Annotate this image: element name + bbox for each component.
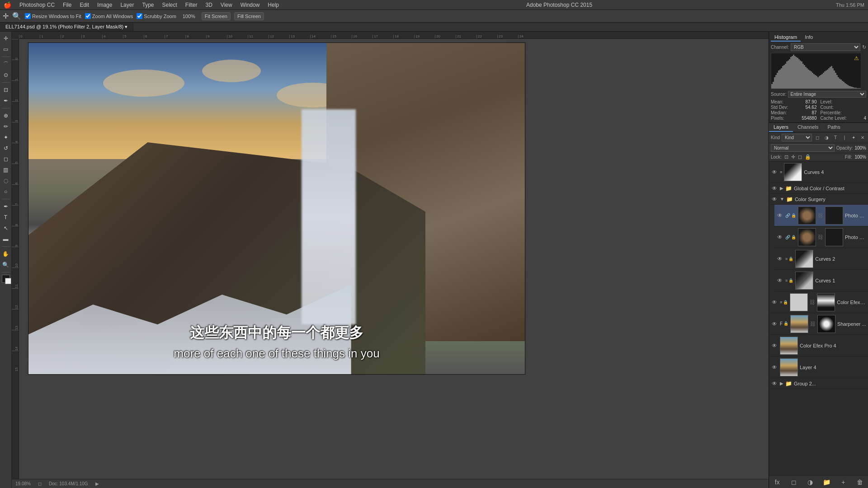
group-arrow-group2[interactable]: ▶ (780, 381, 783, 386)
filter-type-icon[interactable]: T (832, 134, 839, 141)
adjustment-button[interactable]: ◑ (806, 478, 815, 487)
healing-tool[interactable]: ⊕ (1, 111, 11, 121)
layer-item-color-surgery[interactable]: 👁 ▼ 📁 Color Surgery (769, 194, 868, 205)
canvas-area[interactable]: 这些东西中的每一个都更多 more of each one of these t… (19, 39, 769, 479)
group-arrow-surgery[interactable]: ▼ (780, 197, 784, 202)
lock-all-icon[interactable]: 🔒 (805, 154, 811, 160)
tab-histogram[interactable]: Histogram (771, 33, 801, 42)
lock-move-icon[interactable]: ✛ (791, 154, 795, 160)
history-brush-tool[interactable]: ↺ (1, 143, 11, 153)
layer-eye-global[interactable]: 👁 (771, 185, 778, 192)
layer-item-global-color[interactable]: 👁 ▶ 📁 Global Color / Contrast (769, 183, 868, 194)
crop-tool[interactable]: ⊡ (1, 85, 11, 95)
filter-pixel-icon[interactable]: ◻ (814, 134, 821, 141)
menu-help[interactable]: Help (264, 1, 283, 9)
zoom-all-windows-checkbox[interactable] (85, 13, 91, 19)
layer-eye-efex2[interactable]: 👁 (771, 342, 778, 349)
menu-file[interactable]: File (59, 1, 75, 9)
quick-select-tool[interactable]: ⊙ (1, 70, 11, 80)
shape-tool[interactable]: ▬ (1, 234, 11, 244)
marquee-tool[interactable]: ▭ (1, 44, 11, 54)
layer-item-layer4[interactable]: 👁 Layer 4 (769, 357, 868, 378)
dodge-tool[interactable]: ○ (1, 187, 11, 197)
channel-select[interactable]: RGB Red Green Blue (791, 43, 860, 51)
menu-select[interactable]: Select (158, 1, 180, 9)
layer-eye-photo2[interactable]: 👁 (776, 234, 783, 241)
lasso-tool[interactable]: ⌒ (1, 59, 11, 69)
layer-eye-sharpener[interactable]: 👁 (771, 320, 778, 328)
tab-paths[interactable]: Paths (823, 123, 845, 132)
tab-info[interactable]: Info (801, 33, 816, 42)
move-tool[interactable]: ✛ (1, 33, 11, 43)
blur-tool[interactable]: ◌ (1, 176, 11, 186)
layer-eye-surgery[interactable]: 👁 (771, 196, 778, 203)
layer-eye-photo1[interactable]: 👁 (776, 212, 783, 219)
apple-menu[interactable]: 🍎 (4, 1, 11, 9)
menu-view[interactable]: View (217, 1, 236, 9)
fx-button[interactable]: fx (773, 478, 782, 487)
layer-eye-curves1[interactable]: 👁 (776, 277, 783, 284)
layers-list[interactable]: 👁 ≡ Curves 4 👁 ▶ 📁 Global Color / Contra… (769, 161, 868, 475)
menu-layer[interactable]: Layer (117, 1, 137, 9)
refresh-icon[interactable]: ↻ (862, 44, 866, 50)
background-color[interactable] (5, 278, 11, 284)
menu-edit[interactable]: Edit (76, 1, 93, 9)
layer-eye-curves4[interactable]: 👁 (771, 169, 778, 176)
move-tool-icon[interactable]: ✛ (3, 12, 9, 20)
filter-smart-icon[interactable]: ✦ (850, 134, 857, 141)
eyedropper-tool[interactable]: ✒ (1, 96, 11, 106)
tab-channels[interactable]: Channels (793, 123, 823, 132)
layer-item-color-efex2[interactable]: 👁 Color Efex Pro 4 (769, 335, 868, 357)
gradient-tool[interactable]: ▥ (1, 165, 11, 175)
fill-screen-button[interactable]: Fill Screen (234, 12, 264, 20)
clone-tool[interactable]: ✦ (1, 132, 11, 142)
group-arrow-global[interactable]: ▶ (780, 186, 783, 191)
zoom-tool[interactable]: 🔍 (1, 260, 11, 270)
filter-adj-icon[interactable]: ◑ (823, 134, 830, 141)
blend-mode-select[interactable]: Normal Multiply Screen Overlay (771, 144, 835, 152)
layer-eye-group2[interactable]: 👁 (771, 380, 778, 387)
svg-rect-28 (809, 70, 811, 89)
svg-rect-16 (793, 55, 794, 89)
layer-item-sharpener[interactable]: 👁 F 🔒 ⛓ Sharpener ... (769, 313, 868, 335)
lock-pixels-icon[interactable]: ⊡ (784, 154, 788, 160)
scrubby-zoom-checkbox[interactable] (137, 13, 142, 19)
kind-select[interactable]: Kind (782, 134, 812, 141)
pen-tool[interactable]: ✒ (1, 202, 11, 211)
menu-image[interactable]: Image (94, 1, 116, 9)
zoom-tool-icon[interactable]: 🔍 (12, 12, 21, 20)
filter-shape-icon[interactable]: | (841, 134, 848, 141)
type-tool[interactable]: T (1, 212, 11, 222)
layer-item-color-efex1[interactable]: 👁 ≡ 🔒 ⛓ Color Efex Pro 4 c... (769, 291, 868, 313)
layer-item-photo-filter2[interactable]: 👁 🔗 🔒 ⛓ Photo Filte... (774, 226, 868, 248)
resize-windows-checkbox[interactable] (25, 13, 31, 19)
lock-artboards-icon[interactable]: ◻ (798, 154, 802, 160)
document-tab[interactable]: ELL7144.psd @ 19.1% (Photo Filter 2, Lay… (0, 23, 133, 31)
layer-eye-curves2[interactable]: 👁 (776, 255, 783, 263)
menu-window[interactable]: Window (237, 1, 264, 9)
layer-item-curves2[interactable]: 👁 ≡ 🔒 Curves 2 (774, 248, 868, 270)
source-select[interactable]: Entire Image (788, 91, 866, 98)
tab-layers[interactable]: Layers (769, 123, 793, 132)
path-select-tool[interactable]: ↖ (1, 223, 11, 233)
menu-3d[interactable]: 3D (202, 1, 216, 9)
layer-item-curves4[interactable]: 👁 ≡ Curves 4 (769, 161, 868, 183)
layer-eye-layer4[interactable]: 👁 (771, 364, 778, 371)
group-button[interactable]: 📁 (822, 478, 831, 487)
foreground-color[interactable] (2, 275, 10, 283)
menu-photoshop[interactable]: Photoshop CC (16, 1, 58, 9)
fit-screen-button[interactable]: Fit Screen (202, 12, 231, 20)
delete-layer-button[interactable]: 🗑 (855, 478, 864, 487)
hand-tool[interactable]: ✋ (1, 249, 11, 259)
new-layer-button[interactable]: + (839, 478, 848, 487)
menu-type[interactable]: Type (138, 1, 157, 9)
mask-button[interactable]: ◻ (789, 478, 798, 487)
brush-tool[interactable]: ✏ (1, 122, 11, 131)
menu-filter[interactable]: Filter (182, 1, 201, 9)
layer-item-group2[interactable]: 👁 ▶ 📁 Group 2... (769, 378, 868, 389)
filter-close-icon[interactable]: ✕ (859, 134, 866, 141)
layer-item-photo-filter1[interactable]: 👁 🔗 🔒 ⛓ Photo Filte... (774, 205, 868, 226)
layer-item-curves1[interactable]: 👁 ≡ 🔒 Curves 1 (774, 270, 868, 291)
layer-eye-efex1[interactable]: 👁 (771, 299, 778, 306)
eraser-tool[interactable]: ◻ (1, 154, 11, 164)
